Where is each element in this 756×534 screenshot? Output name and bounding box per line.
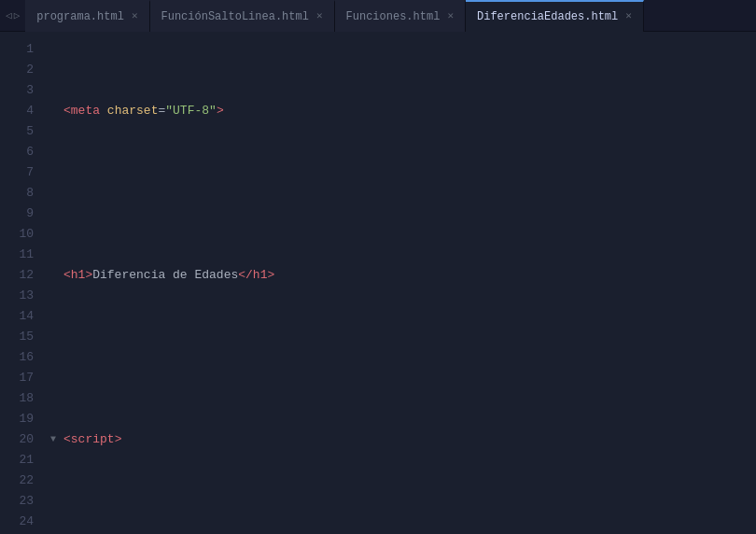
close-tab-programa[interactable]: ✕ — [132, 11, 138, 21]
tab-label-diferenciaEdades: DiferenciaEdades.html — [477, 10, 618, 23]
tab-diferenciaEdades[interactable]: DiferenciaEdades.html ✕ — [466, 0, 644, 32]
code-content[interactable]: <meta charset="UTF-8"> <h1>Diferencia de… — [43, 32, 756, 534]
code-line-6 — [50, 512, 756, 532]
prev-icon[interactable]: ◁ — [6, 9, 12, 21]
close-tab-diferenciaEdades[interactable]: ✕ — [625, 11, 632, 21]
tab-label-funciones: Funciones.html — [346, 10, 441, 23]
tab-label-programa: programa.html — [36, 10, 124, 23]
code-line-3: <h1>Diferencia de Edades</h1> — [50, 265, 756, 286]
tab-funciones[interactable]: Funciones.html ✕ — [335, 0, 466, 32]
code-line-4 — [50, 347, 756, 368]
nav-arrows[interactable]: ◁ ▷ — [0, 9, 25, 21]
tab-funcionSalto[interactable]: FunciónSaltoLinea.html ✕ — [150, 0, 335, 32]
close-tab-funciones[interactable]: ✕ — [447, 11, 454, 21]
code-line-2 — [50, 183, 756, 204]
code-line-1: <meta charset="UTF-8"> — [50, 101, 756, 121]
close-tab-funcionSalto[interactable]: ✕ — [316, 11, 323, 21]
editor: 1 2 3 4 5 6 7 8 9 10 11 12 13 14 15 16 1… — [0, 32, 756, 534]
tab-programa[interactable]: programa.html ✕ — [25, 0, 149, 32]
tab-label-funcionSalto: FunciónSaltoLinea.html — [161, 10, 309, 23]
code-line-5: ▼<script> — [50, 429, 756, 450]
next-icon[interactable]: ▷ — [14, 9, 21, 21]
tab-bar: ◁ ▷ programa.html ✕ FunciónSaltoLinea.ht… — [0, 0, 756, 32]
line-numbers: 1 2 3 4 5 6 7 8 9 10 11 12 13 14 15 16 1… — [0, 32, 43, 534]
